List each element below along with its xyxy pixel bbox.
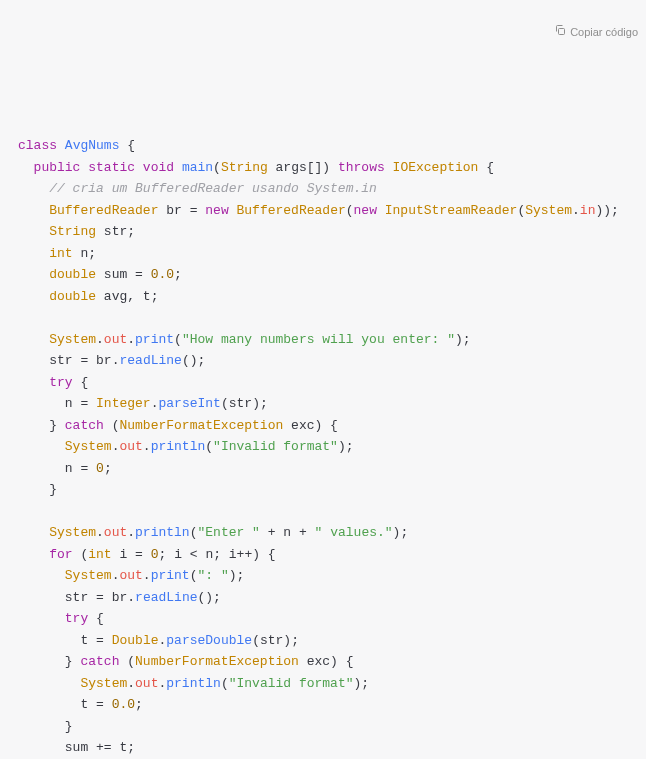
var-i: i bbox=[119, 547, 127, 562]
num-02: 0 bbox=[151, 547, 159, 562]
op-plus2: + bbox=[299, 525, 307, 540]
var-avg: avg bbox=[104, 289, 127, 304]
type-br2: BufferedReader bbox=[237, 203, 346, 218]
field-in: in bbox=[580, 203, 596, 218]
type-int: int bbox=[49, 246, 72, 261]
op-eq4: = bbox=[80, 396, 88, 411]
fn-readline: readLine bbox=[119, 353, 181, 368]
op-eq3: = bbox=[80, 353, 88, 368]
op-eq8: = bbox=[96, 633, 104, 648]
var-br2: br bbox=[96, 353, 112, 368]
field-out5: out bbox=[135, 676, 158, 691]
kw-public: public bbox=[34, 160, 81, 175]
var-n: n bbox=[80, 246, 88, 261]
var-n3: n bbox=[65, 461, 73, 476]
sys3: System bbox=[65, 439, 112, 454]
op-eq7: = bbox=[96, 590, 104, 605]
type-nfe: NumberFormatException bbox=[119, 418, 283, 433]
kw-class: class bbox=[18, 138, 57, 153]
var-n5: n bbox=[205, 547, 213, 562]
type-isr: InputStreamReader bbox=[385, 203, 518, 218]
fn-readline2: readLine bbox=[135, 590, 197, 605]
kw-for: for bbox=[49, 547, 72, 562]
str-enter: "Enter " bbox=[197, 525, 259, 540]
kw-new: new bbox=[205, 203, 228, 218]
var-str3: str bbox=[229, 396, 252, 411]
copy-label: Copiar código bbox=[570, 22, 638, 44]
var-t2: t bbox=[80, 633, 88, 648]
fn-main: main bbox=[182, 160, 213, 175]
var-i3: i bbox=[229, 547, 237, 562]
var-t: t bbox=[143, 289, 151, 304]
kw-try2: try bbox=[65, 611, 88, 626]
type-doublew: Double bbox=[112, 633, 159, 648]
str-colon: ": " bbox=[197, 568, 228, 583]
type-nfe2: NumberFormatException bbox=[135, 654, 299, 669]
kw-catch: catch bbox=[65, 418, 104, 433]
var-n4: n bbox=[283, 525, 291, 540]
kw-throws: throws bbox=[338, 160, 385, 175]
var-sum2: sum bbox=[65, 740, 88, 755]
fn-println2: println bbox=[135, 525, 190, 540]
op-lt: < bbox=[190, 547, 198, 562]
sys2: System bbox=[49, 332, 96, 347]
sys5: System bbox=[65, 568, 112, 583]
type-string2: String bbox=[49, 224, 96, 239]
op-eq6: = bbox=[135, 547, 143, 562]
kw-void: void bbox=[143, 160, 174, 175]
sys4: System bbox=[49, 525, 96, 540]
copy-icon bbox=[542, 0, 566, 65]
op-inc: ++ bbox=[237, 547, 253, 562]
type-double2: double bbox=[49, 289, 96, 304]
type-double: double bbox=[49, 267, 96, 282]
var-exc: exc bbox=[291, 418, 314, 433]
op-eq5: = bbox=[80, 461, 88, 476]
sys6: System bbox=[80, 676, 127, 691]
str-invalid: "Invalid format" bbox=[213, 439, 338, 454]
fn-parseint: parseInt bbox=[158, 396, 220, 411]
copy-code-button[interactable]: Copiar código bbox=[542, 0, 638, 65]
svg-rect-0 bbox=[559, 28, 565, 34]
op-eq: = bbox=[190, 203, 198, 218]
field-out4: out bbox=[119, 568, 142, 583]
comment: // cria um BufferedReader usando System.… bbox=[49, 181, 377, 196]
field-out: out bbox=[104, 332, 127, 347]
field-out3: out bbox=[104, 525, 127, 540]
var-sum: sum bbox=[104, 267, 127, 282]
op-eq2: = bbox=[135, 267, 143, 282]
fn-println: println bbox=[151, 439, 206, 454]
param-args: args[] bbox=[276, 160, 323, 175]
class-name: AvgNums bbox=[65, 138, 120, 153]
type-integer: Integer bbox=[96, 396, 151, 411]
op-pluseq: += bbox=[96, 740, 112, 755]
kw-try: try bbox=[49, 375, 72, 390]
var-br3: br bbox=[112, 590, 128, 605]
fn-print: print bbox=[135, 332, 174, 347]
kw-new2: new bbox=[354, 203, 377, 218]
num-0d: 0.0 bbox=[151, 267, 174, 282]
kw-static: static bbox=[88, 160, 135, 175]
op-eq9: = bbox=[96, 697, 104, 712]
str-howmany: "How many numbers will you enter: " bbox=[182, 332, 455, 347]
var-i2: i bbox=[174, 547, 182, 562]
var-br: br bbox=[166, 203, 182, 218]
var-str4: str bbox=[65, 590, 88, 605]
ex-ioexception: IOException bbox=[393, 160, 479, 175]
op-plus: + bbox=[268, 525, 276, 540]
var-str: str bbox=[104, 224, 127, 239]
code-block: class AvgNums { public static void main(… bbox=[18, 135, 632, 759]
kw-catch2: catch bbox=[80, 654, 119, 669]
var-str2: str bbox=[49, 353, 72, 368]
type-string: String bbox=[221, 160, 268, 175]
var-t3: t bbox=[80, 697, 88, 712]
str-values: " values." bbox=[315, 525, 393, 540]
sys: System bbox=[525, 203, 572, 218]
field-out2: out bbox=[119, 439, 142, 454]
var-t4: t bbox=[119, 740, 127, 755]
num-0: 0 bbox=[96, 461, 104, 476]
num-0d2: 0.0 bbox=[112, 697, 135, 712]
str-invalid2: "Invalid format" bbox=[229, 676, 354, 691]
fn-println3: println bbox=[166, 676, 221, 691]
fn-print2: print bbox=[151, 568, 190, 583]
var-str5: str bbox=[260, 633, 283, 648]
